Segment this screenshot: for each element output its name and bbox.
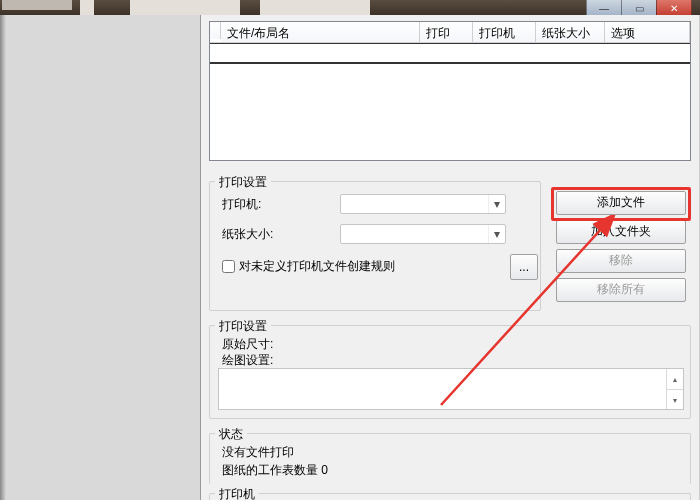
group-title: 打印设置 — [215, 318, 271, 335]
spin-buttons[interactable]: ▴ ▾ — [666, 369, 683, 409]
create-rule-checkbox-input[interactable] — [222, 260, 235, 273]
group-title: 状态 — [215, 426, 247, 443]
paper-size-label: 纸张大小: — [222, 226, 273, 243]
printer-label: 打印机: — [222, 196, 261, 213]
remove-button[interactable]: 移除 — [556, 249, 686, 273]
printer-combo[interactable]: ▾ — [340, 194, 506, 214]
status-no-files: 没有文件打印 — [222, 444, 294, 461]
chevron-down-icon: ▾ — [488, 225, 505, 243]
file-action-buttons: 添加文件 加入文件夹 移除 移除所有 — [551, 181, 691, 307]
main-panel: 文件/布局名 打印 打印机 纸张大小 选项 打印机: ▾ 纸张大小: ▾ 对未定… — [200, 15, 699, 500]
table-body[interactable] — [210, 43, 690, 159]
status-group: 没有文件打印 图纸的工作表数量 0 状态 — [209, 433, 689, 484]
ellipsis-icon: ... — [519, 260, 529, 274]
more-button[interactable]: ... — [510, 254, 538, 280]
group-title: 打印机 — [215, 486, 259, 500]
plot-settings-box[interactable]: ▴ ▾ — [218, 368, 684, 410]
file-table[interactable]: 文件/布局名 打印 打印机 纸张大小 选项 — [209, 21, 691, 161]
original-size-label: 原始尺寸: — [222, 336, 273, 353]
spin-down-icon[interactable]: ▾ — [667, 390, 683, 410]
create-rule-checkbox[interactable]: 对未定义打印机文件创建规则 — [222, 258, 395, 275]
plot-settings-label: 绘图设置: — [222, 352, 273, 369]
sheet-count-value: 0 — [321, 463, 328, 477]
sheet-count-label: 图纸的工作表数量 — [222, 463, 318, 477]
table-header-name[interactable]: 文件/布局名 — [221, 22, 420, 42]
left-pane — [0, 15, 200, 500]
add-folder-button[interactable]: 加入文件夹 — [556, 220, 686, 244]
table-header-paper[interactable]: 纸张大小 — [536, 22, 605, 42]
create-rule-checkbox-label: 对未定义打印机文件创建规则 — [239, 258, 395, 275]
printer-group: 添加时间戳 打印机 — [209, 493, 689, 500]
paper-size-combo[interactable]: ▾ — [340, 224, 506, 244]
table-header-options[interactable]: 选项 — [605, 22, 690, 42]
remove-all-button[interactable]: 移除所有 — [556, 278, 686, 302]
window-titlebar: — ▭ ✕ — [0, 0, 700, 15]
spin-up-icon[interactable]: ▴ — [667, 369, 683, 390]
table-header-select — [210, 22, 221, 39]
table-header: 文件/布局名 打印 打印机 纸张大小 选项 — [210, 22, 690, 43]
table-row[interactable] — [210, 43, 690, 64]
chevron-down-icon: ▾ — [488, 195, 505, 213]
table-header-print[interactable]: 打印 — [420, 22, 473, 42]
print-settings-group-2: 原始尺寸: 绘图设置: ▴ ▾ 打印设置 — [209, 325, 689, 419]
table-header-printer[interactable]: 打印机 — [473, 22, 536, 42]
add-file-button[interactable]: 添加文件 — [556, 191, 686, 215]
group-title: 打印设置 — [215, 174, 271, 191]
